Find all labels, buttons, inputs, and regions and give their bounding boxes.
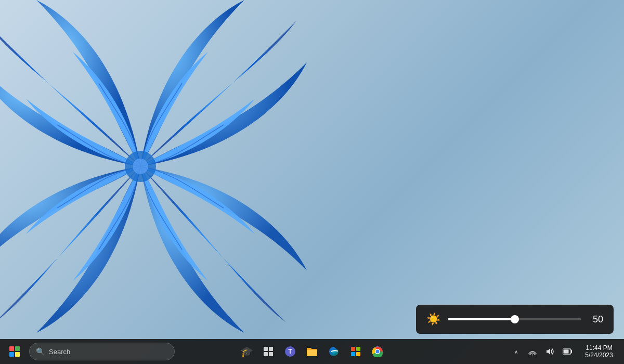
edge-browser-button[interactable]: [323, 341, 344, 362]
chevron-icon: ∧: [514, 349, 518, 355]
network-icon: [528, 347, 537, 356]
brightness-slider-thumb: [511, 315, 519, 323]
svg-point-17: [376, 350, 380, 354]
windows-logo: [9, 346, 20, 357]
network-button[interactable]: [525, 341, 540, 362]
task-view-icon: [263, 346, 274, 357]
teams-app-button[interactable]: T: [280, 341, 301, 362]
brightness-slider-track[interactable]: [448, 318, 581, 320]
file-explorer-button[interactable]: [302, 341, 322, 362]
taskbar-center-icons: 🎓 T: [236, 341, 388, 362]
svg-rect-11: [351, 347, 355, 351]
ms-store-button[interactable]: [345, 341, 366, 362]
win-logo-green: [15, 346, 20, 351]
taskbar: 🔍 Search 🎓 T: [0, 339, 624, 364]
svg-rect-14: [356, 352, 360, 356]
learn-hat-icon: 🎓: [240, 345, 253, 358]
ms-store-icon: [350, 346, 361, 357]
search-label: Search: [49, 348, 168, 356]
battery-button[interactable]: [561, 341, 575, 362]
taskbar-right: ∧ 11:44: [510, 341, 620, 362]
clock-time: 11:44 PM: [586, 344, 612, 352]
clock-date: 5/24/2023: [585, 352, 613, 359]
svg-rect-4: [264, 352, 268, 356]
svg-text:T: T: [288, 348, 292, 355]
volume-button[interactable]: [543, 341, 557, 362]
file-explorer-icon: [306, 346, 318, 357]
svg-rect-10: [307, 350, 317, 356]
win-logo-blue: [9, 352, 14, 357]
taskbar-left: 🔍 Search: [4, 341, 175, 362]
task-view-button[interactable]: [258, 341, 279, 362]
brightness-icon: ☀️: [426, 313, 440, 326]
svg-rect-13: [351, 352, 355, 356]
chrome-icon: [372, 346, 383, 357]
brightness-popup: ☀️ 50: [416, 305, 614, 334]
search-icon: 🔍: [36, 347, 45, 356]
tray-overflow-button[interactable]: ∧: [510, 341, 522, 362]
brightness-slider-fill: [448, 318, 515, 320]
teams-icon: T: [284, 346, 296, 357]
start-button[interactable]: [4, 341, 25, 362]
svg-rect-20: [564, 350, 569, 354]
win-logo-yellow: [15, 352, 20, 357]
edge-icon: [328, 346, 340, 357]
brightness-value: 50: [589, 314, 603, 325]
wallpaper-bloom: [0, 0, 426, 364]
clock-area[interactable]: 11:44 PM 5/24/2023: [578, 341, 620, 362]
learn-hat-app[interactable]: 🎓: [236, 341, 257, 362]
win-logo-red: [9, 346, 14, 351]
search-bar[interactable]: 🔍 Search: [29, 343, 175, 360]
svg-point-18: [532, 355, 533, 356]
svg-rect-3: [269, 347, 273, 351]
volume-icon: [545, 347, 555, 356]
svg-rect-5: [269, 352, 273, 356]
chrome-browser-button[interactable]: [367, 341, 388, 362]
battery-icon: [563, 348, 573, 355]
svg-rect-12: [356, 347, 360, 351]
svg-rect-2: [264, 347, 268, 351]
svg-point-1: [133, 159, 148, 174]
svg-rect-9: [307, 348, 311, 350]
